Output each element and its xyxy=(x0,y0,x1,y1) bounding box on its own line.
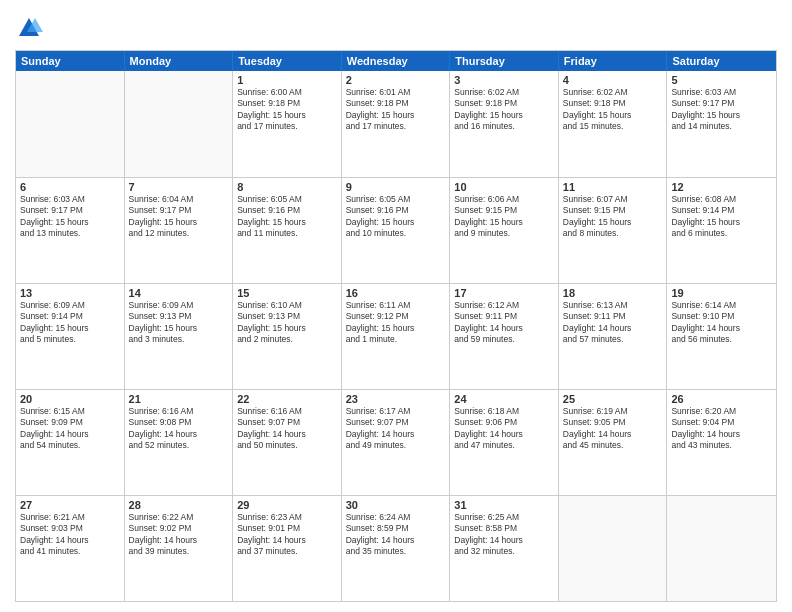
cell-text: Sunrise: 6:23 AM Sunset: 9:01 PM Dayligh… xyxy=(237,512,337,558)
calendar-cell xyxy=(16,71,125,177)
day-number: 22 xyxy=(237,393,337,405)
day-number: 14 xyxy=(129,287,229,299)
cell-text: Sunrise: 6:07 AM Sunset: 9:15 PM Dayligh… xyxy=(563,194,663,240)
calendar-row-1: 1Sunrise: 6:00 AM Sunset: 9:18 PM Daylig… xyxy=(16,71,776,177)
day-number: 2 xyxy=(346,74,446,86)
header-day-tuesday: Tuesday xyxy=(233,51,342,71)
cell-text: Sunrise: 6:03 AM Sunset: 9:17 PM Dayligh… xyxy=(20,194,120,240)
day-number: 10 xyxy=(454,181,554,193)
day-number: 20 xyxy=(20,393,120,405)
day-number: 6 xyxy=(20,181,120,193)
calendar-cell: 8Sunrise: 6:05 AM Sunset: 9:16 PM Daylig… xyxy=(233,178,342,283)
calendar-cell: 16Sunrise: 6:11 AM Sunset: 9:12 PM Dayli… xyxy=(342,284,451,389)
day-number: 16 xyxy=(346,287,446,299)
calendar-body: 1Sunrise: 6:00 AM Sunset: 9:18 PM Daylig… xyxy=(16,71,776,601)
calendar-cell: 26Sunrise: 6:20 AM Sunset: 9:04 PM Dayli… xyxy=(667,390,776,495)
calendar-cell: 9Sunrise: 6:05 AM Sunset: 9:16 PM Daylig… xyxy=(342,178,451,283)
day-number: 5 xyxy=(671,74,772,86)
day-number: 21 xyxy=(129,393,229,405)
calendar-cell: 30Sunrise: 6:24 AM Sunset: 8:59 PM Dayli… xyxy=(342,496,451,601)
day-number: 25 xyxy=(563,393,663,405)
header-day-monday: Monday xyxy=(125,51,234,71)
day-number: 17 xyxy=(454,287,554,299)
cell-text: Sunrise: 6:08 AM Sunset: 9:14 PM Dayligh… xyxy=(671,194,772,240)
day-number: 30 xyxy=(346,499,446,511)
cell-text: Sunrise: 6:24 AM Sunset: 8:59 PM Dayligh… xyxy=(346,512,446,558)
header-day-wednesday: Wednesday xyxy=(342,51,451,71)
day-number: 15 xyxy=(237,287,337,299)
calendar-row-5: 27Sunrise: 6:21 AM Sunset: 9:03 PM Dayli… xyxy=(16,495,776,601)
calendar-cell: 15Sunrise: 6:10 AM Sunset: 9:13 PM Dayli… xyxy=(233,284,342,389)
day-number: 9 xyxy=(346,181,446,193)
calendar-cell: 2Sunrise: 6:01 AM Sunset: 9:18 PM Daylig… xyxy=(342,71,451,177)
day-number: 4 xyxy=(563,74,663,86)
cell-text: Sunrise: 6:02 AM Sunset: 9:18 PM Dayligh… xyxy=(563,87,663,133)
day-number: 24 xyxy=(454,393,554,405)
calendar-row-3: 13Sunrise: 6:09 AM Sunset: 9:14 PM Dayli… xyxy=(16,283,776,389)
cell-text: Sunrise: 6:05 AM Sunset: 9:16 PM Dayligh… xyxy=(237,194,337,240)
calendar-header: SundayMondayTuesdayWednesdayThursdayFrid… xyxy=(16,51,776,71)
calendar-cell: 6Sunrise: 6:03 AM Sunset: 9:17 PM Daylig… xyxy=(16,178,125,283)
day-number: 29 xyxy=(237,499,337,511)
cell-text: Sunrise: 6:16 AM Sunset: 9:07 PM Dayligh… xyxy=(237,406,337,452)
logo xyxy=(15,14,47,42)
calendar-cell: 21Sunrise: 6:16 AM Sunset: 9:08 PM Dayli… xyxy=(125,390,234,495)
calendar-cell: 18Sunrise: 6:13 AM Sunset: 9:11 PM Dayli… xyxy=(559,284,668,389)
cell-text: Sunrise: 6:03 AM Sunset: 9:17 PM Dayligh… xyxy=(671,87,772,133)
calendar-cell: 28Sunrise: 6:22 AM Sunset: 9:02 PM Dayli… xyxy=(125,496,234,601)
calendar-cell: 1Sunrise: 6:00 AM Sunset: 9:18 PM Daylig… xyxy=(233,71,342,177)
header-day-sunday: Sunday xyxy=(16,51,125,71)
cell-text: Sunrise: 6:02 AM Sunset: 9:18 PM Dayligh… xyxy=(454,87,554,133)
cell-text: Sunrise: 6:13 AM Sunset: 9:11 PM Dayligh… xyxy=(563,300,663,346)
day-number: 13 xyxy=(20,287,120,299)
calendar-cell xyxy=(125,71,234,177)
calendar-cell: 27Sunrise: 6:21 AM Sunset: 9:03 PM Dayli… xyxy=(16,496,125,601)
cell-text: Sunrise: 6:00 AM Sunset: 9:18 PM Dayligh… xyxy=(237,87,337,133)
cell-text: Sunrise: 6:10 AM Sunset: 9:13 PM Dayligh… xyxy=(237,300,337,346)
day-number: 3 xyxy=(454,74,554,86)
calendar-cell: 23Sunrise: 6:17 AM Sunset: 9:07 PM Dayli… xyxy=(342,390,451,495)
calendar: SundayMondayTuesdayWednesdayThursdayFrid… xyxy=(15,50,777,602)
day-number: 8 xyxy=(237,181,337,193)
calendar-cell: 25Sunrise: 6:19 AM Sunset: 9:05 PM Dayli… xyxy=(559,390,668,495)
day-number: 12 xyxy=(671,181,772,193)
calendar-cell: 17Sunrise: 6:12 AM Sunset: 9:11 PM Dayli… xyxy=(450,284,559,389)
header xyxy=(15,10,777,42)
calendar-cell: 14Sunrise: 6:09 AM Sunset: 9:13 PM Dayli… xyxy=(125,284,234,389)
day-number: 7 xyxy=(129,181,229,193)
calendar-cell: 29Sunrise: 6:23 AM Sunset: 9:01 PM Dayli… xyxy=(233,496,342,601)
day-number: 23 xyxy=(346,393,446,405)
calendar-cell: 24Sunrise: 6:18 AM Sunset: 9:06 PM Dayli… xyxy=(450,390,559,495)
calendar-cell: 13Sunrise: 6:09 AM Sunset: 9:14 PM Dayli… xyxy=(16,284,125,389)
cell-text: Sunrise: 6:20 AM Sunset: 9:04 PM Dayligh… xyxy=(671,406,772,452)
calendar-cell: 5Sunrise: 6:03 AM Sunset: 9:17 PM Daylig… xyxy=(667,71,776,177)
calendar-cell: 3Sunrise: 6:02 AM Sunset: 9:18 PM Daylig… xyxy=(450,71,559,177)
header-day-thursday: Thursday xyxy=(450,51,559,71)
calendar-cell: 22Sunrise: 6:16 AM Sunset: 9:07 PM Dayli… xyxy=(233,390,342,495)
calendar-cell: 10Sunrise: 6:06 AM Sunset: 9:15 PM Dayli… xyxy=(450,178,559,283)
logo-icon xyxy=(15,14,43,42)
cell-text: Sunrise: 6:21 AM Sunset: 9:03 PM Dayligh… xyxy=(20,512,120,558)
calendar-cell: 19Sunrise: 6:14 AM Sunset: 9:10 PM Dayli… xyxy=(667,284,776,389)
day-number: 27 xyxy=(20,499,120,511)
cell-text: Sunrise: 6:11 AM Sunset: 9:12 PM Dayligh… xyxy=(346,300,446,346)
calendar-cell: 4Sunrise: 6:02 AM Sunset: 9:18 PM Daylig… xyxy=(559,71,668,177)
cell-text: Sunrise: 6:05 AM Sunset: 9:16 PM Dayligh… xyxy=(346,194,446,240)
cell-text: Sunrise: 6:19 AM Sunset: 9:05 PM Dayligh… xyxy=(563,406,663,452)
calendar-cell xyxy=(667,496,776,601)
day-number: 11 xyxy=(563,181,663,193)
cell-text: Sunrise: 6:01 AM Sunset: 9:18 PM Dayligh… xyxy=(346,87,446,133)
cell-text: Sunrise: 6:22 AM Sunset: 9:02 PM Dayligh… xyxy=(129,512,229,558)
cell-text: Sunrise: 6:16 AM Sunset: 9:08 PM Dayligh… xyxy=(129,406,229,452)
header-day-friday: Friday xyxy=(559,51,668,71)
day-number: 28 xyxy=(129,499,229,511)
calendar-row-4: 20Sunrise: 6:15 AM Sunset: 9:09 PM Dayli… xyxy=(16,389,776,495)
calendar-cell xyxy=(559,496,668,601)
day-number: 1 xyxy=(237,74,337,86)
calendar-cell: 31Sunrise: 6:25 AM Sunset: 8:58 PM Dayli… xyxy=(450,496,559,601)
day-number: 26 xyxy=(671,393,772,405)
cell-text: Sunrise: 6:14 AM Sunset: 9:10 PM Dayligh… xyxy=(671,300,772,346)
calendar-cell: 12Sunrise: 6:08 AM Sunset: 9:14 PM Dayli… xyxy=(667,178,776,283)
calendar-row-2: 6Sunrise: 6:03 AM Sunset: 9:17 PM Daylig… xyxy=(16,177,776,283)
cell-text: Sunrise: 6:12 AM Sunset: 9:11 PM Dayligh… xyxy=(454,300,554,346)
